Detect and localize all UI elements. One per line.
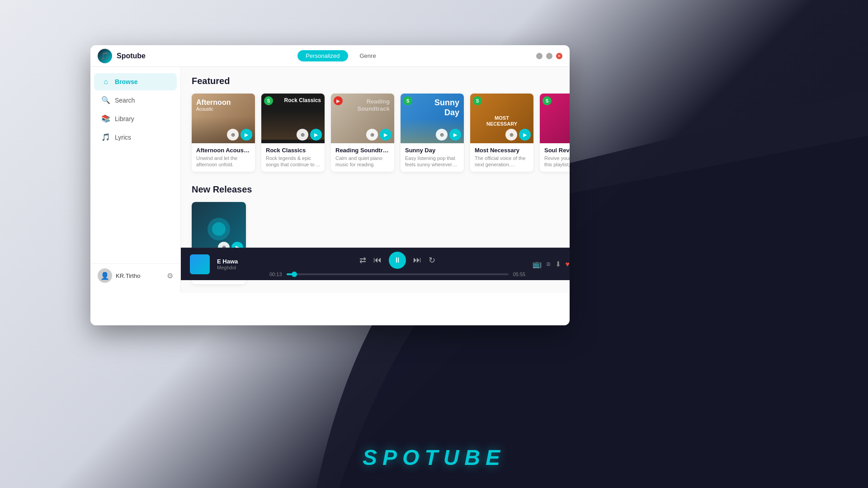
library-icon: 📚 [101,114,110,123]
window-controls: − □ ✕ [536,53,562,59]
featured-cards-row: Afternoon Acoustic ⊕ ▶ Afternoon Acousti… [192,94,559,172]
card-thumb-afternoon: Afternoon Acoustic ⊕ ▶ [192,94,255,143]
username: KR.Tirtho [116,272,140,279]
sidebar-label-search: Search [115,97,135,104]
card-desc-reading: Calm and quiet piano music for reading [335,155,390,168]
player-progress: 00:13 05:55 [269,272,525,277]
play-btn-sunny[interactable]: ▶ [449,129,461,141]
card-thumb-necessary: S MOSTNECESSARY ⊕ ▶ [470,94,533,143]
brand-text: SPOTUBE [363,445,505,470]
card-most-necessary[interactable]: S MOSTNECESSARY ⊕ ▶ Most Necessary The o… [470,94,533,172]
play-pause-button[interactable]: ⏸ [389,252,406,269]
player-bar: E Hawa Meghdol ⇄ ⏮ ⏸ ⏭ ↻ 00:13 05:55 [181,248,570,280]
sidebar-label-library: Library [115,115,134,122]
sidebar: ⌂ Browse 🔍 Search 📚 Library 🎵 Lyrics [90,67,181,293]
add-to-library-btn-reading[interactable]: ⊕ [366,129,378,141]
play-btn-afternoon[interactable]: ▶ [241,129,252,141]
card-name-reading: Reading Soundtrack [335,147,390,154]
new-releases-title: New Releases [192,184,559,195]
card-name-rock: Rock Classics [266,147,320,154]
current-time: 00:13 [269,272,282,277]
play-btn-rock[interactable]: ▶ [310,129,322,141]
card-thumb-rock: S Rock Classics ⊕ ▶ [261,94,325,143]
progress-track[interactable] [287,273,509,275]
search-icon: 🔍 [101,96,110,104]
card-name-soul: Soul Revived [544,147,570,154]
tab-personalized[interactable]: Personalized [297,50,348,61]
maximize-button[interactable]: □ [546,53,552,59]
close-button[interactable]: ✕ [556,53,562,59]
player-right-controls: 📺 ≡ ⬇ ♥ 🕐 ⬛ 🔊 [533,260,570,268]
sidebar-label-lyrics: Lyrics [115,134,131,141]
card-rock-classics[interactable]: S Rock Classics ⊕ ▶ Ro [261,94,325,172]
play-btn-reading[interactable]: ▶ [380,129,392,141]
track-name: E Hawa [217,258,262,265]
user-info: 👤 KR.Tirtho [98,268,140,283]
add-to-library-btn-rock[interactable]: ⊕ [297,129,308,141]
add-to-library-btn-sunny[interactable]: ⊕ [436,129,448,141]
card-desc-rock: Rock legends & epic songs that continue … [266,155,320,168]
prev-button[interactable]: ⏮ [373,255,382,265]
play-btn-necessary[interactable]: ▶ [519,129,531,141]
card-afternoon-acoustic[interactable]: Afternoon Acoustic ⊕ ▶ Afternoon Acousti… [192,94,255,172]
card-thumb-sunny: S SunnyDay ⊕ ▶ [401,94,464,143]
tab-bar: Personalized Genre [297,50,384,61]
tab-genre[interactable]: Genre [352,50,384,61]
player-track-info: E Hawa Meghdol [217,258,262,270]
artist-name: Meghdol [217,265,262,270]
card-thumb-soul: S SoulRevived ⊕ ▶ [540,94,570,143]
queue-btn[interactable]: ≡ [546,260,550,268]
player-controls: ⇄ ⏮ ⏸ ⏭ ↻ [359,252,435,269]
sidebar-item-search[interactable]: 🔍 Search [94,91,177,109]
settings-icon[interactable]: ⚙ [167,272,173,280]
card-name-sunny: Sunny Day [405,147,459,154]
player-album-art [190,254,210,274]
sidebar-item-browse[interactable]: ⌂ Browse [94,73,177,90]
lyrics-icon: 🎵 [101,133,110,141]
card-soul-revived[interactable]: S SoulRevived ⊕ ▶ Soul Revived Revive yo… [540,94,570,172]
title-bar: 🎵 Spotube Personalized Genre − □ ✕ [90,45,570,67]
spotify-badge-soul: S [542,96,552,105]
card-sunny-day[interactable]: S SunnyDay ⊕ ▶ Sunny Day Easy listening … [401,94,464,172]
minimize-button[interactable]: − [536,53,542,59]
sidebar-nav: ⌂ Browse 🔍 Search 📚 Library 🎵 Lyrics [90,72,180,260]
download-btn[interactable]: ⬇ [555,260,561,268]
featured-title: Featured [192,76,559,86]
sidebar-footer: 👤 KR.Tirtho ⚙ [90,263,180,287]
card-desc-necessary: The official voice of the next generatio… [475,155,529,168]
card-thumb-reading: ▶ ReadingSoundtrack ⊕ ▶ [331,94,394,143]
shuffle-button[interactable]: ⇄ [359,255,366,265]
progress-fill [287,273,295,275]
featured-section: Featured Afternoon Acoustic ⊕ [192,76,559,172]
next-button[interactable]: ⏭ [413,255,421,265]
sidebar-label-browse: Browse [115,78,138,85]
progress-thumb [292,272,297,277]
like-btn[interactable]: ♥ [566,260,570,268]
sidebar-item-library[interactable]: 📚 Library [94,110,177,127]
card-desc-afternoon: Unwind and let the afternoon unfold. [196,155,250,168]
avatar: 👤 [98,268,112,283]
video-btn[interactable]: 📺 [533,260,542,268]
add-to-library-btn-afternoon[interactable]: ⊕ [227,129,239,141]
card-name-necessary: Most Necessary [475,147,529,154]
app-window: 🎵 Spotube Personalized Genre − □ ✕ ⌂ Bro… [90,45,570,325]
repeat-button[interactable]: ↻ [429,255,435,265]
player-center: ⇄ ⏮ ⏸ ⏭ ↻ 00:13 05:55 [269,252,525,277]
app-title: Spotube [117,52,146,60]
spotify-badge-sunny: S [403,96,412,105]
card-reading-soundtrack[interactable]: ▶ ReadingSoundtrack ⊕ ▶ Reading Soundtra… [331,94,394,172]
card-desc-soul: Revive your soul with this playlist, fea… [544,155,570,168]
app-logo: 🎵 [98,49,112,63]
home-icon: ⌂ [101,78,110,86]
card-desc-sunny: Easy listening pop that feels sunny wher… [405,155,459,168]
title-bar-left: 🎵 Spotube [98,49,146,63]
add-to-library-btn-necessary[interactable]: ⊕ [505,129,517,141]
sidebar-item-lyrics[interactable]: 🎵 Lyrics [94,128,177,146]
total-time: 05:55 [513,272,526,277]
card-name-afternoon: Afternoon Acoustic [196,147,250,154]
